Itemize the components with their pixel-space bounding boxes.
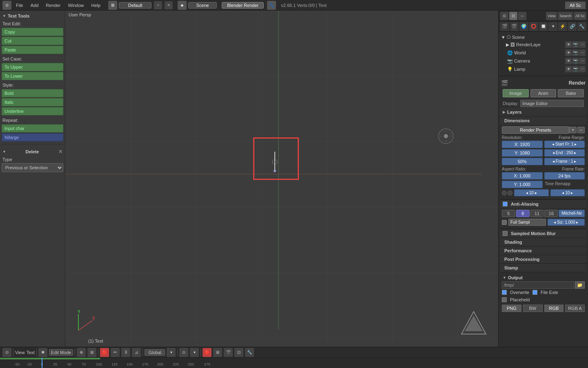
fmt-rgb[interactable]: RGB (544, 305, 564, 312)
bt-icon12[interactable]: ⊡ (234, 348, 243, 357)
res-y-field[interactable]: Y: 1080 (502, 149, 543, 157)
bt-icon8[interactable]: ▾ (190, 348, 199, 357)
physics-props-icon[interactable]: ⚡ (558, 22, 567, 31)
bt-icon3[interactable]: ⊞ (87, 348, 96, 357)
bt-text[interactable]: Text (27, 350, 35, 355)
output-path-input[interactable]: /tmp/ (502, 281, 574, 289)
file-exte-cb[interactable] (532, 290, 537, 295)
texture-props-icon[interactable]: 🔲 (539, 22, 548, 31)
particle-props-icon[interactable]: ✦ (548, 22, 557, 31)
display-dropdown[interactable]: Image Editor (520, 100, 584, 107)
frame-field[interactable]: ◂ Frame : 1 ▸ (544, 158, 585, 165)
start-fr-field[interactable]: ◂ Start Fr: 1 ▸ (544, 141, 585, 148)
to-upper-button[interactable]: To Upper (2, 63, 63, 71)
overwrite-cb[interactable] (502, 290, 507, 295)
aa-header[interactable]: Anti-Aliasing (500, 200, 586, 208)
time-new-field[interactable]: ◂ 10 ▸ (550, 189, 585, 196)
underline-button[interactable]: Underline (2, 107, 63, 115)
menu-help[interactable]: Help (89, 2, 104, 9)
lamp-cam[interactable]: 📷 (572, 66, 579, 72)
bt-icon11[interactable]: 🎬 (224, 348, 233, 357)
motion-blur-cb[interactable] (503, 231, 508, 236)
aspect-y-field[interactable]: Y: 1.000 (502, 181, 543, 188)
fmt-rgba[interactable]: RGB A (565, 305, 585, 312)
constraint-props-icon[interactable]: 🔗 (568, 22, 577, 31)
res-pct-field[interactable]: 50% (502, 158, 543, 165)
world-dots[interactable]: ⋯ (579, 49, 586, 56)
menu-window[interactable]: Window (65, 2, 87, 9)
lamp-dots[interactable]: ⋯ (579, 66, 586, 72)
shading-header[interactable]: Shading (500, 238, 586, 246)
bt-global-icon[interactable]: ▾ (167, 348, 176, 357)
input-char-button[interactable]: Input char (2, 124, 63, 132)
scene-camera[interactable]: 📷 Camera 👁 📷 ⋯ (505, 57, 586, 65)
scene-icon[interactable]: ◈ (178, 1, 187, 10)
performance-header[interactable]: Performance (500, 247, 586, 255)
placeheld-cb[interactable] (502, 297, 507, 302)
scene-world[interactable]: 🌐 World 👁 📷 ⋯ (505, 49, 586, 57)
bt-icon10[interactable]: ⊞ (213, 348, 222, 357)
end-fr-field[interactable]: ◂ End : 250 ▸ (544, 149, 585, 157)
aa-checkbox[interactable] (503, 202, 508, 206)
bt-icon[interactable]: ⊙ (2, 348, 11, 357)
render-layer-eye[interactable]: 👁 (565, 41, 572, 48)
bt-mode-dropdown[interactable]: Edit Mode (49, 349, 74, 356)
bt-icon13[interactable]: 🔧 (245, 348, 254, 357)
full-sample-label[interactable]: Full Sampl (508, 219, 546, 226)
render-props-icon[interactable]: 🎬 (500, 22, 509, 31)
scene-lamp[interactable]: 💡 Lamp 👁 📷 ⋯ (505, 65, 586, 73)
world-eye[interactable]: 👁 (565, 49, 572, 56)
bt-icon5[interactable]: ✏ (111, 348, 120, 357)
preset-add[interactable]: + (154, 1, 162, 9)
output-browse-btn[interactable]: 📁 (575, 281, 585, 289)
aspect-x-field[interactable]: X: 1.000 (502, 172, 543, 180)
bt-mode-icon[interactable]: ✱ (38, 348, 47, 357)
size-field[interactable]: ◂ Siz: 1.000 ▸ (548, 219, 585, 226)
camera-eye[interactable]: 👁 (565, 58, 572, 64)
right-icon-2[interactable]: ⊟ (509, 12, 517, 20)
aa-method-field[interactable]: Mitchell-Ne (559, 210, 585, 217)
right-icon-1[interactable]: ⊙ (500, 12, 508, 20)
scene-name[interactable]: Scene (188, 2, 217, 9)
motion-blur-header[interactable]: Sampled Motion Blur (500, 229, 586, 238)
material-props-icon[interactable]: ⭕ (529, 22, 538, 31)
cut-button[interactable]: Cut (2, 37, 63, 45)
scene-scene[interactable]: ▼ ⬡ Scene (500, 34, 586, 40)
menu-add[interactable]: Add (28, 2, 42, 9)
render-layer-cam[interactable]: 📷 (572, 41, 579, 48)
aa-btn-8[interactable]: 8 (516, 210, 530, 217)
aa-btn-11[interactable]: 11 (530, 210, 544, 217)
all-sc-tab[interactable]: All Sc (574, 12, 586, 20)
render-engine[interactable]: Blender Render (222, 2, 264, 9)
render-icon[interactable]: 🐾 (267, 1, 276, 10)
aa-btn-16[interactable]: 16 (544, 210, 558, 217)
bt-view[interactable]: View (15, 350, 25, 355)
tab-all-sc[interactable]: All Sc (565, 2, 586, 9)
lamp-eye[interactable]: 👁 (565, 66, 572, 72)
render-layer-dots[interactable]: ⋯ (579, 41, 586, 48)
bt-snap[interactable]: ⊙ (179, 348, 188, 357)
render-image-btn[interactable]: Image (503, 89, 529, 97)
fmt-bw[interactable]: BW (523, 305, 543, 312)
delete-close[interactable]: ✕ (58, 149, 62, 155)
preset-remove-btn[interactable]: − (577, 127, 585, 133)
bt-global[interactable]: Global (145, 349, 165, 356)
fmt-png[interactable]: PNG (502, 305, 521, 312)
bold-button[interactable]: Bold (2, 89, 63, 97)
render-presets-field[interactable]: Render Presets (502, 126, 569, 134)
world-cam[interactable]: 📷 (572, 49, 579, 56)
app-icon[interactable]: ⊙ (2, 1, 11, 10)
post-processing-header[interactable]: Post Processing (500, 255, 586, 263)
menu-render[interactable]: Render (43, 2, 63, 9)
scene-props-icon[interactable]: 🎬 (510, 22, 519, 31)
to-lower-button[interactable]: To Lower (2, 72, 63, 80)
camera-dots[interactable]: ⋯ (579, 58, 586, 64)
world-props-icon[interactable]: 🌍 (519, 22, 528, 31)
nifarge-button[interactable]: Nifarge (2, 133, 63, 141)
bt-icon4[interactable]: 🔴 (100, 348, 109, 357)
delete-title[interactable]: Delete ✕ (2, 148, 63, 156)
object-props-icon[interactable]: 🔧 (577, 22, 586, 31)
bt-icon7[interactable]: ⊿ (132, 348, 141, 357)
full-sample-cb[interactable] (502, 220, 507, 225)
bt-icon9[interactable]: 🔴 (203, 348, 212, 357)
